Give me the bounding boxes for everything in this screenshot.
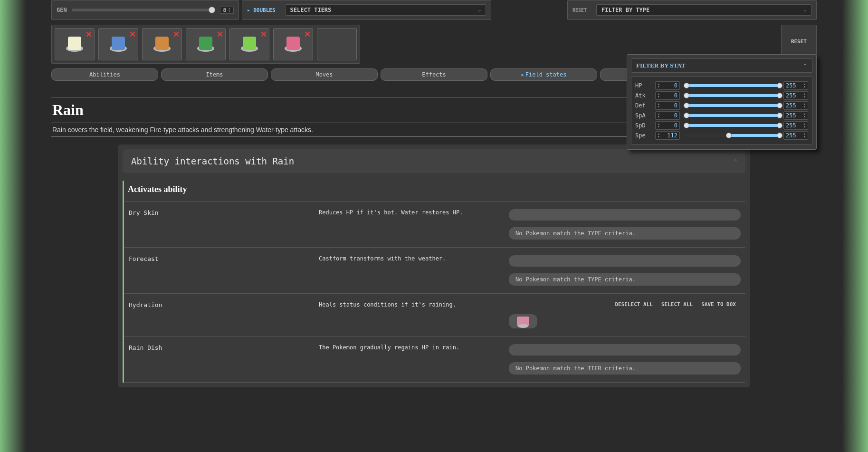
pokemon-sprite-icon: [517, 317, 529, 326]
result-message: No Pokemon match the TYPE criteria.: [509, 227, 741, 240]
type-filter-panel: RESET FILTER BY TYPE ⌵: [567, 0, 817, 20]
stat-filter-panel: FILTER BY STAT ⌃ HP▴▾0255▴▾Atk▴▾0255▴▾De…: [627, 54, 817, 150]
stat-label: SpD: [635, 122, 652, 129]
stat-row-atk: Atk▴▾0255▴▾: [635, 91, 808, 100]
deselect-all-button[interactable]: DESELECT ALL: [615, 301, 652, 308]
stat-min-input[interactable]: ▴▾0: [655, 81, 680, 90]
chevron-up-icon: ⌃: [803, 63, 807, 68]
ability-row: Dry SkinReduces HP if it's hot. Water re…: [124, 202, 745, 248]
save-to-box-button[interactable]: SAVE TO BOX: [701, 301, 736, 308]
ability-description: Heals status conditions if it's raining.: [319, 301, 499, 328]
ability-description: Reduces HP if it's hot. Water restores H…: [319, 209, 499, 240]
stat-min-input[interactable]: ▴▾0: [655, 91, 680, 100]
tab-effects[interactable]: Effects: [381, 68, 487, 81]
pokemon-chip[interactable]: [509, 314, 537, 328]
stat-min-input[interactable]: ▴▾0: [655, 121, 680, 130]
stat-range-slider[interactable]: [684, 124, 780, 127]
close-icon[interactable]: ✕: [217, 29, 223, 39]
ability-name: Forecast: [129, 255, 309, 286]
select-tiers-dropdown[interactable]: SELECT TIERS ⌵: [285, 4, 486, 16]
ability-name: Rain Dish: [129, 344, 309, 375]
reset-type-button[interactable]: RESET: [572, 8, 587, 13]
result-pill: [509, 344, 741, 356]
stat-label: Atk: [635, 92, 652, 99]
close-icon[interactable]: ✕: [86, 29, 92, 39]
ability-name: Hydration: [129, 301, 309, 328]
stat-row-spe: Spe▴▾112255▴▾: [635, 131, 808, 140]
result-pill: [509, 255, 741, 267]
team-slot-empty[interactable]: [317, 28, 357, 60]
close-icon[interactable]: ✕: [304, 29, 311, 39]
stat-max-input[interactable]: 255▴▾: [783, 91, 808, 100]
tab-field-states[interactable]: Field states: [490, 68, 597, 81]
gen-value-box[interactable]: 8 ▴▾: [220, 7, 234, 14]
ability-row: Rain DishThe Pokemon gradually regains H…: [124, 337, 745, 383]
stat-max-input[interactable]: 255▴▾: [783, 101, 808, 110]
ability-row: ForecastCastform transforms with the wea…: [124, 248, 745, 294]
gen-slider[interactable]: [72, 9, 215, 11]
subsection-title: Activates ability: [124, 181, 745, 202]
stat-range-slider[interactable]: [684, 134, 780, 137]
gen-label: GEN: [57, 7, 67, 13]
tiers-panel: DOUBLES SELECT TIERS ⌵: [242, 0, 491, 20]
stat-row-hp: HP▴▾0255▴▾: [635, 81, 808, 90]
stat-max-input[interactable]: 255▴▾: [783, 131, 808, 140]
team-box: ✕ ✕ ✕ ✕ ✕ ✕: [51, 25, 360, 64]
stat-filter-header[interactable]: FILTER BY STAT ⌃: [631, 58, 812, 73]
team-slot[interactable]: ✕: [186, 28, 226, 60]
close-icon[interactable]: ✕: [129, 29, 136, 39]
close-icon[interactable]: ✕: [173, 29, 180, 39]
section-header[interactable]: Ability interactions with Rain ⌃: [123, 149, 745, 173]
result-pill: [509, 209, 741, 221]
stat-label: Spe: [635, 132, 652, 139]
team-slot[interactable]: ✕: [273, 28, 313, 60]
select-all-button[interactable]: SELECT ALL: [661, 301, 693, 308]
ability-description: Castform transforms with the weather.: [319, 255, 499, 286]
stat-label: SpA: [635, 112, 652, 119]
stat-row-spa: SpA▴▾0255▴▾: [635, 111, 808, 120]
result-message: No Pokemon match the TIER criteria.: [509, 362, 741, 375]
stat-max-input[interactable]: 255▴▾: [783, 111, 808, 120]
ability-description: The Pokemon gradually regains HP in rain…: [319, 344, 499, 375]
filter-type-dropdown[interactable]: FILTER BY TYPE ⌵: [596, 4, 811, 16]
stat-row-spd: SpD▴▾0255▴▾: [635, 121, 808, 130]
team-slot[interactable]: ✕: [229, 28, 269, 60]
ability-row: HydrationHeals status conditions if it's…: [124, 294, 745, 337]
stat-min-input[interactable]: ▴▾0: [655, 101, 680, 110]
content-panel: Ability interactions with Rain ⌃ Activat…: [118, 144, 750, 387]
chevron-down-icon: ⌵: [478, 8, 481, 12]
stat-range-slider[interactable]: [684, 84, 780, 87]
doubles-toggle[interactable]: DOUBLES: [247, 7, 276, 13]
tab-moves[interactable]: Moves: [271, 68, 378, 81]
chevron-up-icon: ⌃: [734, 159, 737, 163]
team-slot[interactable]: ✕: [98, 28, 138, 60]
close-icon[interactable]: ✕: [260, 29, 267, 39]
stat-min-input[interactable]: ▴▾112: [655, 131, 680, 140]
stat-range-slider[interactable]: [684, 104, 780, 107]
stat-row-def: Def▴▾0255▴▾: [635, 101, 808, 110]
spinner-icon: ▴▾: [228, 7, 230, 13]
stat-range-slider[interactable]: [684, 94, 780, 97]
tab-items[interactable]: Items: [161, 68, 268, 81]
stat-label: Def: [635, 102, 652, 109]
stat-max-input[interactable]: 255▴▾: [783, 81, 808, 90]
ability-name: Dry Skin: [129, 209, 309, 240]
tab-abilities[interactable]: Abilities: [51, 68, 158, 81]
team-slot[interactable]: ✕: [55, 28, 95, 60]
stat-range-slider[interactable]: [684, 114, 780, 117]
stat-min-input[interactable]: ▴▾0: [655, 111, 680, 120]
stat-max-input[interactable]: 255▴▾: [783, 121, 808, 130]
chevron-down-icon: ⌵: [804, 8, 806, 12]
team-slot[interactable]: ✕: [142, 28, 182, 60]
stat-label: HP: [635, 82, 652, 89]
reset-team-button[interactable]: RESET: [781, 25, 817, 58]
gen-panel: GEN 8 ▴▾: [51, 0, 239, 20]
result-message: No Pokemon match the TYPE criteria.: [509, 273, 741, 286]
